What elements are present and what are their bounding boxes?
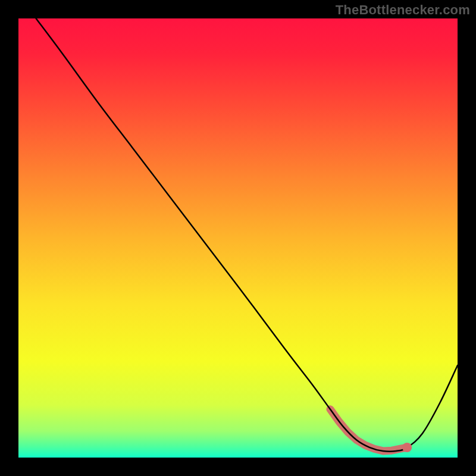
plot-area: [18, 18, 458, 458]
optimal-range-end-marker: [402, 443, 412, 452]
attribution-label: TheBottlenecker.com: [336, 2, 470, 18]
chart-container: TheBottlenecker.com: [0, 0, 476, 476]
chart-svg: [18, 18, 458, 458]
